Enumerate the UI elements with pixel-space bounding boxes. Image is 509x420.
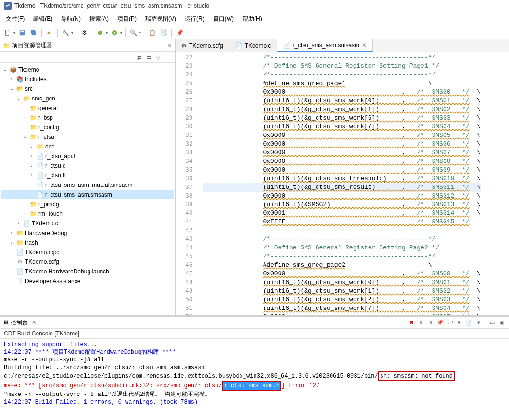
tree-node[interactable]: ›📄r_ctsu_api.h	[1, 151, 174, 161]
tree-node[interactable]: 📄r_ctsu_sms_asm_mutual.smsasm	[1, 180, 174, 190]
run-button[interactable]	[110, 28, 119, 37]
code-line[interactable]: (uint16_t)(&g_ctsu_sms_work[7]) , /* SMS…	[203, 123, 481, 131]
menu-item[interactable]: 编辑(E)	[29, 13, 56, 25]
tree-node[interactable]: ⌄📂src	[1, 84, 174, 94]
tree-node[interactable]: 📄TKdemo HardwareDebug.launch	[1, 267, 174, 276]
code-line[interactable]: (uint16_t)(&g_ctsu_sms_work[0]) , /* SMS…	[203, 278, 481, 287]
expand-arrow-icon[interactable]: ›	[22, 104, 28, 112]
menu-item[interactable]: 搜索(A)	[86, 13, 113, 25]
close-icon[interactable]: ✕	[362, 42, 367, 49]
save-button[interactable]	[17, 28, 27, 37]
min-button[interactable]: ▭	[488, 318, 496, 327]
expand-arrow-icon[interactable]: ›	[29, 161, 35, 170]
code-line[interactable]: 0x0000 , /* SMSG8 */ \	[203, 157, 481, 166]
menu-item[interactable]: 帮助(H)	[239, 13, 266, 25]
expand-arrow-icon[interactable]: ›	[9, 75, 14, 84]
down-button[interactable]: ▾	[455, 318, 464, 327]
tree-node[interactable]: ›📄r_ctsu.h	[1, 171, 174, 180]
tree-node[interactable]: ⌄📁r_ctsu	[1, 132, 174, 142]
code-line[interactable]: /*--------------------------------------…	[203, 71, 481, 79]
dropdown-icon[interactable]: ▾	[106, 31, 108, 35]
tree-node[interactable]: ›📁trash	[1, 238, 174, 247]
max-button[interactable]: ▣	[497, 318, 506, 327]
code-line[interactable]: 0x0001 , /* SMSG14 */ \	[203, 209, 481, 218]
tree-node[interactable]: ›📁HardwareDebug	[1, 228, 174, 238]
menu-item[interactable]: 导航(N)	[57, 13, 85, 25]
close-icon[interactable]: ✕	[32, 319, 37, 326]
tree-node[interactable]: ›📄TKdemo.c	[1, 219, 174, 228]
code-line[interactable]: (uint16_t)(&g_ctsu_sms_work[2]) , /* SMS…	[203, 296, 481, 304]
code-line[interactable]: 0xFFFF /* SMSG15 */	[203, 218, 481, 226]
nav-button[interactable]: 📑	[159, 28, 168, 37]
menu-item[interactable]: 窗口(W)	[209, 13, 238, 25]
code-line[interactable]: /*--------------------------------------…	[203, 53, 481, 62]
tree-node[interactable]: ⌄📁smc_gen	[1, 94, 174, 103]
code-line[interactable]: /* Define SMS General Register Setting P…	[203, 244, 481, 252]
display-button[interactable]: 🖵	[445, 318, 454, 327]
code-line[interactable]: 0x0000 , /* SMSG9 */ \	[203, 166, 481, 174]
expand-arrow-icon[interactable]: ›	[22, 113, 28, 122]
tree-node[interactable]: ⚙TKdemo.scfg	[1, 257, 174, 267]
tree-node[interactable]: ⌄📦Tkdemo	[1, 65, 174, 74]
expand-arrow-icon[interactable]: ›	[22, 210, 28, 218]
filter-button[interactable]: ▽	[154, 53, 163, 62]
new-console-button[interactable]: 📄	[465, 318, 473, 327]
menu-item[interactable]: 文件(F)	[2, 13, 28, 25]
expand-arrow-icon[interactable]: ›	[29, 142, 35, 151]
hammer-button[interactable]: 🔨	[61, 28, 70, 37]
expand-arrow-icon[interactable]: ⌄	[22, 133, 28, 141]
menu-item[interactable]: 项目(P)	[114, 13, 140, 25]
console-output[interactable]: Extracting support files...14:22:07 ****…	[0, 339, 509, 420]
search-button[interactable]: 🔍	[128, 28, 138, 37]
code-line[interactable]: 0x0000 , /* SMSG0 */ \	[203, 88, 481, 97]
expand-arrow-icon[interactable]: ⌄	[9, 85, 14, 93]
tree-node[interactable]: ›📁general	[1, 103, 174, 113]
tree-node[interactable]: ›📁r_config	[1, 123, 174, 132]
expand-arrow-icon[interactable]: ›	[29, 152, 35, 161]
debug-button[interactable]	[95, 28, 105, 37]
expand-arrow-icon[interactable]: ›	[9, 238, 14, 247]
menu-item[interactable]: 运行(R)	[181, 13, 208, 25]
new-button[interactable]	[3, 28, 13, 37]
code-line[interactable]: /*--------------------------------------…	[203, 252, 481, 261]
menu-item[interactable]: 瑞萨视图(V)	[141, 13, 180, 25]
code-line[interactable]: #define sms_greg_page2 \	[203, 261, 481, 270]
expand-arrow-icon[interactable]: ⌄	[2, 65, 8, 74]
up-button[interactable]: ⇧	[426, 318, 435, 327]
save-all-button[interactable]	[29, 28, 38, 37]
code-line[interactable]: (uint16_t)(&g_ctsu_sms_threshold) , /* S…	[203, 174, 481, 183]
tree-node[interactable]: ›📁r_bsp	[1, 113, 174, 123]
code-line[interactable]: 0x0000 , /* SMSG5 */ \	[203, 131, 481, 140]
down-button[interactable]: ▾	[474, 318, 483, 327]
tree-node[interactable]: ›📁r_pincfg	[1, 199, 174, 209]
code-editor[interactable]: 2223242526272829303132333435363738394041…	[176, 52, 509, 315]
expand-arrow-icon[interactable]: ⌄	[15, 94, 21, 103]
code-line[interactable]: (uint16_t)(&g_ctsu_sms_work[6]) , /* SMS…	[203, 114, 481, 123]
tree-node[interactable]: ›📄r_ctsu.c	[1, 161, 174, 171]
code-line[interactable]: (uint16_t)(&g_ctsu_sms_work[0]) , /* SMS…	[203, 97, 481, 105]
dropdown-icon[interactable]: ▾	[71, 31, 73, 35]
tree-node[interactable]: ›📁doc	[1, 142, 174, 151]
link-button[interactable]: ⇆	[144, 53, 153, 62]
expand-arrow-icon[interactable]: ›	[29, 171, 35, 180]
code-line[interactable]: (uint16_t)(&g_ctsu_sms_work[1]) , /* SMS…	[203, 105, 481, 114]
code-line[interactable]: 0x0000 , /* SMSG0 */ \	[203, 270, 481, 278]
scroll-lock-button[interactable]: ⇩	[417, 318, 425, 327]
dropdown-icon[interactable]: ▾	[139, 31, 141, 35]
code-line[interactable]: 0x0000 , /* SMSG12 */ \	[203, 192, 481, 200]
nav-button[interactable]: 📋	[147, 28, 157, 37]
code-line[interactable]: 0x0000 , /* SMSG6 */ \	[203, 140, 481, 148]
code-line[interactable]: /*--------------------------------------…	[203, 235, 481, 244]
code-line[interactable]: 0x0000 , /* SMSG7 */ \	[203, 148, 481, 157]
project-tree[interactable]: ⌄📦Tkdemo›📚Includes⌄📂src⌄📁smc_gen›📁genera…	[0, 63, 175, 315]
code-line[interactable]: (uint16_t)(&g_ctsu_sms_work[7]) , /* SMS…	[203, 304, 481, 313]
dropdown-icon[interactable]: ▾	[13, 31, 15, 35]
clear-button[interactable]: ✖	[407, 318, 416, 327]
editor-tab[interactable]: 📄TKdemo.c	[229, 39, 278, 52]
expand-arrow-icon[interactable]: ›	[9, 229, 14, 237]
code-line[interactable]	[203, 226, 481, 235]
tree-node[interactable]: ›📚Includes	[1, 74, 174, 84]
expand-arrow-icon[interactable]: ›	[22, 123, 28, 132]
expand-arrow-icon[interactable]: ›	[22, 200, 28, 209]
config-button[interactable]: ⚙	[79, 28, 89, 37]
